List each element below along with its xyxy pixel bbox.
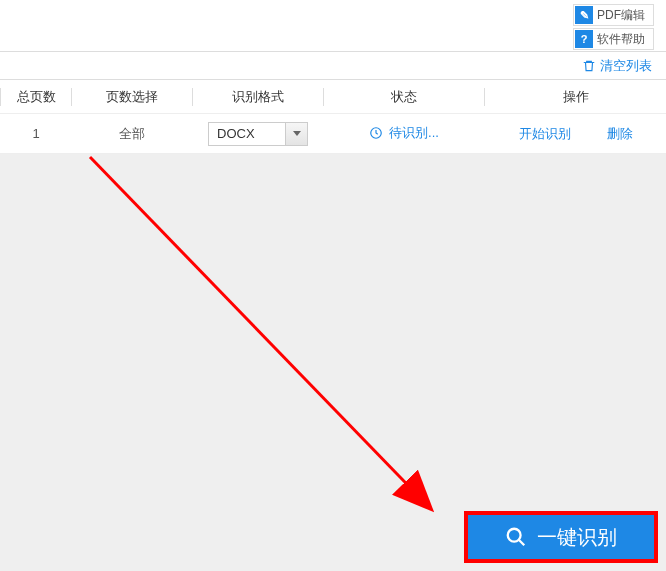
cell-pages: 1	[1, 126, 71, 141]
help-label: 软件帮助	[597, 31, 645, 48]
help-icon: ?	[575, 30, 593, 48]
body-area	[0, 154, 666, 571]
recognize-button-highlight: 一键识别	[464, 511, 658, 563]
header-format: 识别格式	[193, 88, 323, 106]
recognize-button[interactable]: 一键识别	[468, 515, 654, 559]
cell-format: DOCX	[193, 122, 323, 146]
pdf-edit-label: PDF编辑	[597, 7, 645, 24]
format-value: DOCX	[209, 126, 285, 141]
clear-list-label: 清空列表	[600, 57, 652, 75]
cell-select[interactable]: 全部	[72, 125, 192, 143]
pdf-edit-link[interactable]: ✎ PDF编辑	[573, 4, 654, 26]
toolbar-row: 清空列表	[0, 52, 666, 80]
header-status: 状态	[324, 88, 484, 106]
svg-point-2	[508, 529, 521, 542]
delete-link[interactable]: 删除	[607, 125, 633, 143]
table-header: 总页数 页数选择 识别格式 状态 操作	[0, 80, 666, 114]
top-bar: ✎ PDF编辑 ? 软件帮助	[0, 0, 666, 52]
cell-action: 开始识别 删除	[485, 125, 666, 143]
pencil-icon: ✎	[575, 6, 593, 24]
format-select[interactable]: DOCX	[208, 122, 308, 146]
help-link[interactable]: ? 软件帮助	[573, 28, 654, 50]
status-text: 待识别...	[389, 124, 439, 142]
svg-line-3	[519, 540, 525, 546]
start-recognition-link[interactable]: 开始识别	[519, 125, 571, 143]
header-select: 页数选择	[72, 88, 192, 106]
cell-status: 待识别...	[324, 124, 484, 143]
clear-list-button[interactable]: 清空列表	[582, 57, 652, 75]
table-row: 1 全部 DOCX 待识别... 开始识别 删除	[0, 114, 666, 154]
chevron-down-icon	[285, 123, 307, 145]
search-icon	[505, 526, 527, 548]
header-pages: 总页数	[1, 88, 71, 106]
header-action: 操作	[485, 88, 666, 106]
top-right-links: ✎ PDF编辑 ? 软件帮助	[573, 4, 654, 50]
trash-icon	[582, 59, 596, 73]
recognize-button-label: 一键识别	[537, 524, 617, 551]
clock-icon	[369, 126, 383, 140]
